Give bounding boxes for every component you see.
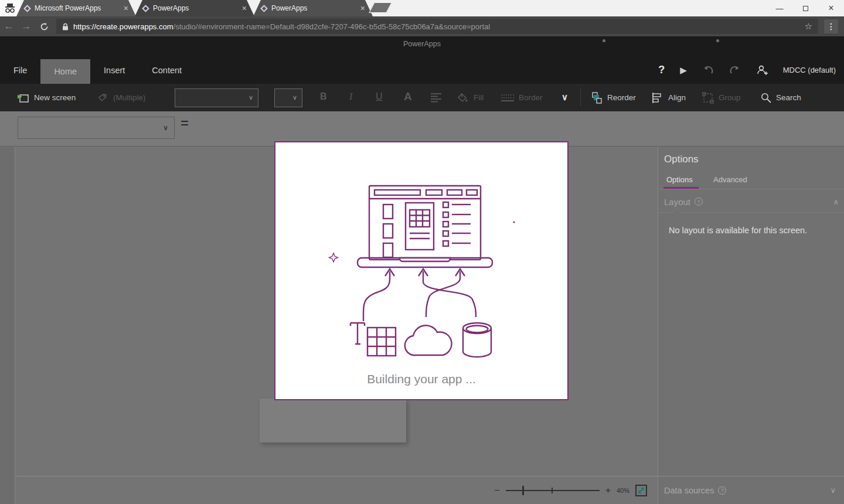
chevron-down-icon: ∨ bbox=[292, 94, 297, 101]
fit-to-window-icon[interactable] bbox=[635, 485, 647, 496]
bookmark-star-icon[interactable]: ☆ bbox=[805, 21, 812, 32]
property-select[interactable]: ∨ bbox=[18, 117, 175, 139]
building-app-illustration bbox=[275, 142, 570, 365]
selection-multiple: (Multiple) bbox=[97, 84, 146, 111]
data-sources-panel[interactable]: Data sources ? ∨ bbox=[658, 476, 844, 504]
https-lock-icon bbox=[62, 23, 69, 30]
share-person-add-icon[interactable] bbox=[756, 65, 768, 76]
fill-bucket-icon bbox=[457, 93, 469, 103]
header-actions: ? ▶ MDCC (default) bbox=[658, 56, 836, 84]
reorder-button[interactable]: Reorder bbox=[591, 84, 636, 111]
tab-options-active[interactable]: Options bbox=[666, 175, 693, 184]
font-family-select[interactable]: ∨ bbox=[175, 88, 258, 107]
layout-help-icon[interactable]: ? bbox=[695, 197, 703, 206]
divider bbox=[658, 189, 844, 189]
search-label: Search bbox=[776, 93, 801, 102]
minimize-button[interactable]: — bbox=[767, 0, 792, 16]
building-app-message: Building your app ... bbox=[275, 372, 567, 386]
account-label[interactable]: MDCC (default) bbox=[783, 66, 836, 74]
italic-button[interactable]: I bbox=[349, 91, 352, 102]
no-layout-message: No layout is available for this screen. bbox=[669, 226, 807, 235]
tab-title: Microsoft PowerApps bbox=[35, 4, 117, 12]
preview-play-icon[interactable]: ▶ bbox=[680, 65, 687, 76]
browser-tab-1[interactable]: Microsoft PowerApps × bbox=[16, 0, 136, 16]
collapse-chevron-up-icon[interactable]: ∧ bbox=[833, 197, 839, 206]
new-tab-button[interactable] bbox=[369, 2, 392, 13]
border-button: Border bbox=[501, 84, 543, 111]
browser-tab-strip: Microsoft PowerApps × PowerApps × PowerA… bbox=[0, 0, 844, 16]
chevron-down-icon: ∨ bbox=[163, 124, 168, 132]
restore-button[interactable] bbox=[792, 0, 818, 16]
tab-close-icon[interactable]: × bbox=[359, 4, 367, 12]
bold-button[interactable]: B bbox=[320, 91, 327, 102]
powerapps-favicon bbox=[260, 5, 268, 12]
incognito-icon bbox=[0, 0, 20, 16]
screens-rail bbox=[0, 147, 15, 504]
section-notch bbox=[672, 208, 682, 213]
group-icon bbox=[702, 92, 714, 104]
search-button[interactable]: Search bbox=[761, 84, 801, 111]
app-header: PowerApps bbox=[0, 36, 844, 56]
options-panel: Options Options Advanced Layout ? ∧ No l… bbox=[658, 147, 844, 476]
redo-icon[interactable] bbox=[729, 66, 741, 75]
zoom-level-label: 40% bbox=[617, 487, 629, 494]
expand-chevron-down-icon[interactable]: ∨ bbox=[830, 486, 836, 495]
data-sources-label: Data sources bbox=[664, 486, 714, 495]
canvas-footer-bar: − + 40% bbox=[16, 476, 658, 504]
tab-advanced[interactable]: Advanced bbox=[713, 175, 747, 184]
data-sources-help-icon[interactable]: ? bbox=[718, 486, 726, 495]
menu-file[interactable]: File bbox=[0, 56, 40, 84]
back-icon[interactable]: ← bbox=[0, 21, 18, 32]
close-button[interactable]: × bbox=[818, 0, 844, 16]
undo-icon[interactable] bbox=[702, 66, 714, 75]
font-size-select[interactable]: ∨ bbox=[274, 88, 302, 107]
powerapps-studio-screen: Microsoft PowerApps × PowerApps × PowerA… bbox=[0, 0, 844, 504]
group-label: Group bbox=[719, 93, 741, 102]
zoom-in-icon[interactable]: + bbox=[605, 485, 611, 496]
browser-tab-2-active[interactable]: PowerApps × bbox=[135, 0, 254, 16]
tab-close-icon[interactable]: × bbox=[122, 4, 130, 12]
menu-content[interactable]: Content bbox=[138, 56, 195, 84]
decorative-dot bbox=[603, 39, 605, 42]
multiple-label: (Multiple) bbox=[113, 93, 146, 102]
forward-icon[interactable]: → bbox=[18, 21, 35, 32]
border-icon bbox=[501, 93, 514, 103]
options-panel-title: Options bbox=[664, 154, 699, 165]
text-align-icon[interactable] bbox=[431, 93, 443, 103]
font-family-select-wrap: ∨ bbox=[175, 84, 258, 111]
tab-title: PowerApps bbox=[271, 4, 354, 12]
border-label: Border bbox=[519, 93, 543, 102]
layout-section-header[interactable]: Layout ? ∧ bbox=[664, 193, 839, 210]
menu-insert[interactable]: Insert bbox=[90, 56, 138, 84]
align-button[interactable]: Align bbox=[652, 84, 686, 111]
font-color-button[interactable]: A bbox=[404, 90, 412, 103]
new-screen-label: New screen bbox=[34, 93, 76, 102]
reorder-icon bbox=[591, 92, 603, 104]
underline-button[interactable]: U bbox=[376, 91, 383, 102]
url-path: /studio/#environment-name=Default-d98d2c… bbox=[173, 22, 491, 31]
reload-icon[interactable] bbox=[35, 22, 53, 31]
new-screen-button[interactable]: New screen bbox=[18, 84, 76, 111]
zoom-slider[interactable] bbox=[506, 490, 600, 491]
zoom-100-tick bbox=[549, 490, 555, 491]
tag-icon bbox=[97, 93, 108, 103]
browser-menu-icon[interactable]: ⋮ bbox=[824, 19, 838, 33]
tab-close-icon[interactable]: × bbox=[240, 4, 249, 12]
url-field[interactable]: https://create.powerapps.com/studio/#env… bbox=[56, 19, 818, 34]
zoom-out-icon[interactable]: − bbox=[494, 485, 499, 496]
zoom-slider-handle[interactable] bbox=[522, 486, 524, 495]
browser-tab-3[interactable]: PowerApps × bbox=[253, 0, 373, 16]
toolbar-expand-chevron-icon[interactable]: ∨ bbox=[561, 92, 568, 103]
align-label: Align bbox=[668, 93, 686, 102]
powerapps-favicon bbox=[142, 5, 149, 12]
fill-button: Fill bbox=[457, 84, 484, 111]
powerapps-favicon bbox=[23, 5, 31, 12]
new-screen-icon bbox=[18, 93, 29, 103]
powerapps-brand-label: PowerApps bbox=[0, 36, 844, 48]
font-size-select-wrap: ∨ bbox=[274, 84, 302, 111]
search-icon bbox=[761, 93, 771, 103]
help-icon[interactable]: ? bbox=[658, 64, 665, 76]
menu-home-active[interactable]: Home bbox=[40, 59, 90, 84]
zoom-controls: − + 40% bbox=[494, 476, 647, 504]
app-screen-artboard bbox=[260, 399, 406, 442]
